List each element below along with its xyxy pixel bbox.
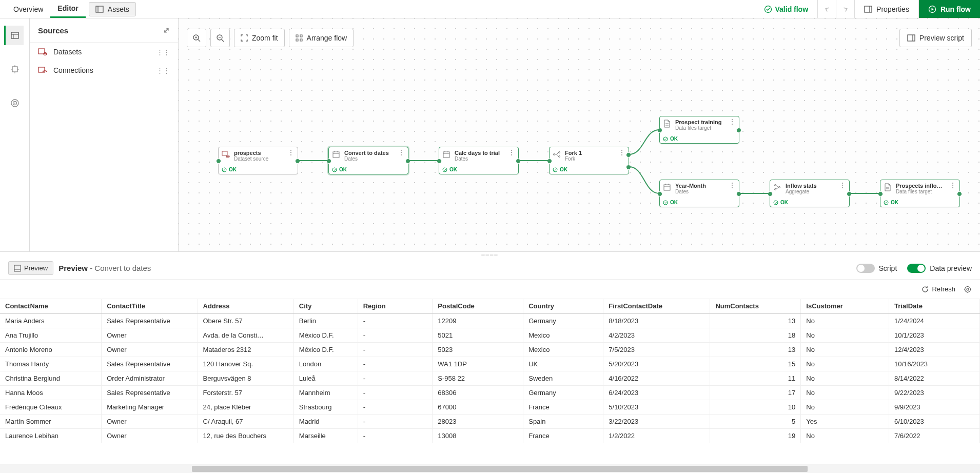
- sidebar-item-connections[interactable]: Connections ⋮⋮: [30, 61, 178, 80]
- panel-resize-handle[interactable]: ════: [0, 252, 980, 257]
- tab-overview[interactable]: Overview: [6, 0, 50, 18]
- redo-button[interactable]: [836, 0, 855, 18]
- column-header[interactable]: FirstContactDate: [603, 299, 710, 313]
- svg-line-26: [198, 40, 200, 42]
- table-cell: 10/16/2023: [889, 357, 979, 371]
- table-cell: Strasbourg: [293, 400, 358, 414]
- assets-button[interactable]: Assets: [89, 2, 136, 16]
- svg-rect-35: [300, 39, 302, 41]
- output-port[interactable]: [736, 191, 741, 196]
- zoom-fit-button[interactable]: Zoom fit: [234, 29, 285, 47]
- zoom-out-button[interactable]: [210, 29, 230, 47]
- flow-node-n8[interactable]: Prospects inflow statData files target⋮O…: [880, 180, 960, 207]
- data-preview-toggle[interactable]: [907, 264, 926, 273]
- flow-node-n1[interactable]: prospectsDataset source⋮OK: [218, 147, 298, 174]
- rail-sources[interactable]: [4, 26, 24, 45]
- tab-editor[interactable]: Editor: [50, 0, 85, 18]
- input-port[interactable]: [216, 159, 221, 164]
- output-port[interactable]: [295, 159, 300, 164]
- table-cell: Mexico: [523, 342, 603, 357]
- node-menu-icon[interactable]: ⋮: [287, 150, 295, 155]
- output-port[interactable]: [736, 128, 741, 133]
- column-header[interactable]: NumContacts: [710, 299, 801, 313]
- flow-node-n3[interactable]: Calc days to trialDates⋮OK: [439, 147, 519, 174]
- column-header[interactable]: ContactName: [0, 299, 102, 313]
- node-menu-icon[interactable]: ⋮: [508, 150, 515, 155]
- output-port[interactable]: [516, 159, 521, 164]
- refresh-button[interactable]: Refresh: [922, 285, 955, 293]
- column-header[interactable]: TrialDate: [889, 299, 979, 313]
- input-port[interactable]: [657, 191, 662, 196]
- node-status: OK: [670, 200, 678, 205]
- table-row[interactable]: Christina BerglundOrder AdministratorBer…: [0, 371, 980, 385]
- node-menu-icon[interactable]: ⋮: [839, 183, 846, 188]
- connection-icon: [38, 66, 47, 74]
- rail-processors[interactable]: [5, 60, 25, 79]
- output-port-1[interactable]: [626, 152, 631, 157]
- table-row[interactable]: Frédérique CiteauxMarketing Manager24, p…: [0, 400, 980, 414]
- flow-node-n4[interactable]: Fork 1Fork⋮OK: [549, 147, 629, 174]
- input-port[interactable]: [326, 159, 331, 164]
- output-port[interactable]: [847, 191, 852, 196]
- table-cell: Sweden: [523, 371, 603, 385]
- table-cell: 5/10/2023: [603, 400, 710, 414]
- table-row[interactable]: Laurence LebihanOwner12, rue des Boucher…: [0, 428, 980, 443]
- run-flow-button[interactable]: Run flow: [919, 0, 980, 18]
- table-row[interactable]: Antonio MorenoOwnerMataderos 2312México …: [0, 342, 980, 357]
- table-row[interactable]: Thomas HardySales Representative120 Hano…: [0, 357, 980, 371]
- arrange-flow-button[interactable]: Arrange flow: [289, 29, 354, 47]
- svg-rect-49: [443, 152, 449, 157]
- table-cell: 4/16/2022: [603, 371, 710, 385]
- table-cell: No: [801, 371, 889, 385]
- output-port[interactable]: [957, 191, 962, 196]
- flow-node-n5[interactable]: Prospect trainingData files target⋮OK: [659, 116, 739, 144]
- flow-node-n2[interactable]: Convert to datesDates⋮OK: [328, 147, 408, 174]
- preview-script-button[interactable]: Preview script: [899, 29, 972, 47]
- dataset-icon: [38, 48, 47, 56]
- settings-icon[interactable]: [964, 285, 972, 293]
- drag-handle-icon[interactable]: ⋮⋮: [156, 67, 170, 74]
- table-row[interactable]: Maria AndersSales RepresentativeObere St…: [0, 313, 980, 328]
- flow-node-n6[interactable]: Year-MonthDates⋮OK: [659, 180, 739, 207]
- flow-node-n7[interactable]: Inflow statsAggregate⋮OK: [770, 180, 850, 207]
- node-menu-icon[interactable]: ⋮: [618, 150, 625, 155]
- column-header[interactable]: PostalCode: [433, 299, 523, 313]
- preview-panel-toggle[interactable]: Preview: [8, 261, 53, 275]
- table-cell: No: [801, 357, 889, 371]
- column-header[interactable]: ContactTitle: [102, 299, 198, 313]
- input-port[interactable]: [878, 191, 883, 196]
- dates-icon: [663, 183, 672, 192]
- input-port[interactable]: [657, 128, 662, 133]
- column-header[interactable]: Country: [523, 299, 603, 313]
- node-menu-icon[interactable]: ⋮: [729, 183, 736, 188]
- column-header[interactable]: Address: [198, 299, 293, 313]
- svg-rect-0: [96, 6, 103, 12]
- input-port[interactable]: [768, 191, 773, 196]
- node-menu-icon[interactable]: ⋮: [398, 150, 405, 155]
- horizontal-scrollbar[interactable]: [0, 464, 980, 473]
- table-row[interactable]: Hanna MoosSales RepresentativeForsterstr…: [0, 385, 980, 400]
- zoom-in-button[interactable]: [187, 29, 206, 47]
- output-port[interactable]: [405, 159, 410, 164]
- table-cell: Owner: [102, 414, 198, 428]
- table-row[interactable]: Martín SommerOwnerC/ Araquil, 67Madrid-2…: [0, 414, 980, 428]
- input-port[interactable]: [437, 159, 442, 164]
- input-port[interactable]: [547, 159, 552, 164]
- table-row[interactable]: Ana TrujilloOwnerAvda. de la Consti…Méxi…: [0, 328, 980, 342]
- undo-button[interactable]: [818, 0, 836, 18]
- properties-button[interactable]: Properties: [855, 0, 919, 18]
- node-menu-icon[interactable]: ⋮: [949, 183, 956, 188]
- column-header[interactable]: Region: [358, 299, 433, 313]
- sidebar-item-datasets[interactable]: Datasets ⋮⋮: [30, 43, 178, 61]
- expand-icon[interactable]: ⤢: [163, 26, 170, 35]
- drag-handle-icon[interactable]: ⋮⋮: [156, 48, 170, 56]
- output-port-2[interactable]: [626, 165, 631, 170]
- column-header[interactable]: IsCustomer: [801, 299, 889, 313]
- sidebar-label: Connections: [53, 66, 93, 74]
- column-header[interactable]: City: [293, 299, 358, 313]
- table-cell: 17: [710, 385, 801, 400]
- rail-targets[interactable]: [5, 93, 25, 113]
- table-cell: Avda. de la Consti…: [198, 328, 293, 342]
- script-toggle[interactable]: [856, 264, 875, 273]
- node-menu-icon[interactable]: ⋮: [729, 119, 736, 124]
